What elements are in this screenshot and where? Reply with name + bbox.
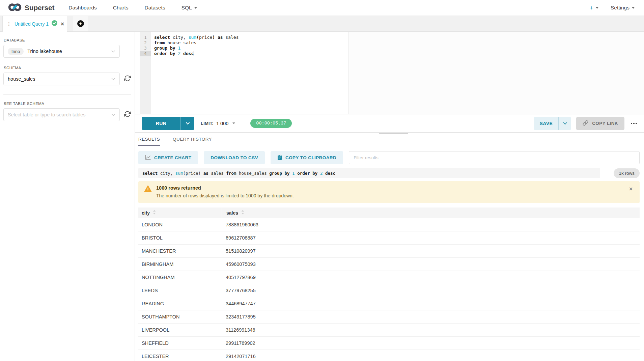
alert-title: 1000 rows returned: [156, 185, 294, 191]
save-options-button[interactable]: [559, 117, 571, 130]
refresh-schemas-icon[interactable]: [124, 75, 131, 83]
database-select[interactable]: trino Trino lakehouse: [3, 45, 120, 58]
cell-city: SOUTHAMPTON: [138, 314, 222, 320]
nav-item-dashboards[interactable]: Dashboards: [68, 5, 97, 11]
cell-sales: 32349177895: [222, 314, 640, 320]
limit-dropdown[interactable]: LIMIT: 1 000: [201, 121, 235, 126]
close-tab-icon[interactable]: ✕: [60, 21, 64, 27]
nav-menu: Dashboards Charts Datasets SQL: [68, 5, 197, 11]
table-row: NOTTINGHAM40512797869: [138, 271, 640, 284]
cell-city: READING: [138, 301, 222, 306]
table-row: LONDON788861960063: [138, 218, 640, 231]
table-row: MANCHESTER51510820997: [138, 245, 640, 258]
results-table: city sales: [138, 207, 640, 361]
code-line[interactable]: 1select city, sum(price) as sales: [140, 35, 644, 40]
database-value: Trino lakehouse: [27, 49, 62, 54]
more-options-icon[interactable]: [629, 121, 638, 126]
table-select[interactable]: Select table or type to search tables: [3, 108, 120, 121]
nav-item-charts[interactable]: Charts: [113, 5, 129, 11]
caret-down-icon: [596, 7, 598, 9]
table-row: SHEFFIELD29911769902: [138, 337, 640, 350]
add-tab-plus-icon: +: [77, 20, 84, 27]
settings-menu[interactable]: Settings: [611, 5, 635, 11]
add-tab-button[interactable]: +: [73, 16, 88, 31]
sort-icon[interactable]: [241, 210, 244, 216]
close-icon[interactable]: ✕: [629, 186, 633, 192]
table-row: LIVERPOOL31126991346: [138, 324, 640, 337]
text-cursor: [194, 51, 194, 56]
filter-results-input[interactable]: [349, 151, 640, 164]
sidebar-divider: [3, 94, 131, 95]
code-line[interactable]: 4order by 2 desc: [140, 51, 644, 56]
code-line[interactable]: 2from house_sales: [140, 40, 644, 46]
superset-brand[interactable]: Superset: [8, 3, 54, 13]
sql-editor[interactable]: 1select city, sum(price) as sales2from h…: [135, 32, 644, 114]
column-header-city[interactable]: city: [138, 207, 222, 218]
new-item-menu[interactable]: +: [590, 5, 598, 11]
limit-value: 1 000: [216, 121, 228, 126]
run-label[interactable]: RUN: [142, 117, 181, 130]
create-chart-button[interactable]: CREATE CHART: [138, 151, 198, 164]
table-row: BIRMINGHAM45960075093: [138, 258, 640, 271]
chart-icon: [145, 155, 151, 161]
limit-label: LIMIT:: [201, 121, 214, 126]
nav-item-datasets[interactable]: Datasets: [145, 5, 165, 11]
brand-name: Superset: [25, 4, 54, 12]
line-number: 3: [140, 46, 151, 51]
copy-clipboard-button[interactable]: COPY TO CLIPBOARD: [271, 151, 343, 164]
tab-results[interactable]: RESULTS: [138, 137, 160, 146]
run-button[interactable]: RUN: [142, 117, 194, 130]
see-table-schema-label: SEE TABLE SCHEMA: [4, 102, 131, 106]
chevron-down-icon: [111, 50, 115, 53]
cell-city: LONDON: [138, 222, 222, 227]
drag-handle-icon[interactable]: ⋮: [6, 21, 11, 27]
line-number: 4: [140, 51, 151, 56]
results-table-header: city sales: [138, 207, 640, 218]
caret-down-icon: [194, 7, 197, 9]
cell-city: LIVERPOOL: [138, 327, 222, 333]
cell-sales: 45960075093: [222, 261, 640, 267]
cell-sales: 31126991346: [222, 327, 640, 333]
save-button[interactable]: SAVE: [534, 117, 571, 130]
superset-logo-icon: [8, 3, 22, 13]
schema-select[interactable]: house_sales: [3, 73, 120, 85]
column-header-sales[interactable]: sales: [222, 207, 640, 218]
save-label[interactable]: SAVE: [534, 117, 559, 130]
results-table-body: LONDON788861960063BRISTOL69612708887MANC…: [138, 218, 640, 361]
query-timer-badge: 00:00:05.37: [250, 119, 292, 128]
query-preview-row: select city, sum(price) as sales from ho…: [138, 168, 640, 178]
tab-query-history[interactable]: QUERY HISTORY: [173, 137, 212, 146]
table-row: LEICESTER29142071716: [138, 350, 640, 361]
query-tab-active[interactable]: ⋮ Untitled Query 1 ✕: [2, 16, 67, 32]
code-lines[interactable]: 1select city, sum(price) as sales2from h…: [140, 35, 644, 56]
nav-right: + Settings: [590, 5, 635, 11]
sqllab-sidebar: DATABASE trino Trino lakehouse SCHEMA ho…: [0, 32, 135, 361]
cell-sales: 40512797869: [222, 275, 640, 280]
table-row: LEEDS37779768255: [138, 284, 640, 297]
schema-label: SCHEMA: [4, 66, 131, 70]
code-line[interactable]: 3group by 1: [140, 46, 644, 51]
table-row: READING34468947747: [138, 297, 640, 310]
pane-resize-handle[interactable]: [379, 133, 408, 135]
copy-link-button[interactable]: COPY LINK: [576, 117, 624, 130]
cell-sales: 69612708887: [222, 235, 640, 241]
database-engine-tag: trino: [8, 48, 24, 55]
query-tabstrip: ⋮ Untitled Query 1 ✕ +: [0, 16, 644, 32]
editor-toolbar: RUN LIMIT: 1 000 00:00:05.37 SAVE: [135, 114, 644, 133]
caret-down-icon: [632, 7, 635, 9]
warning-icon: [144, 185, 152, 198]
cell-sales: 37779768255: [222, 288, 640, 293]
table-row: SOUTHAMPTON32349177895: [138, 310, 640, 324]
cell-sales: 34468947747: [222, 301, 640, 306]
top-navbar: Superset Dashboards Charts Datasets SQL …: [0, 0, 644, 16]
query-tab-title[interactable]: Untitled Query 1: [15, 21, 49, 27]
download-csv-button[interactable]: DOWNLOAD TO CSV: [204, 151, 265, 164]
refresh-tables-icon[interactable]: [124, 111, 131, 119]
cell-sales: 29142071716: [222, 354, 640, 359]
sort-icon[interactable]: [153, 210, 156, 216]
nav-item-sql[interactable]: SQL: [181, 5, 197, 11]
cell-city: BRISTOL: [138, 235, 222, 241]
plus-icon: +: [590, 5, 593, 11]
run-options-button[interactable]: [181, 117, 194, 130]
results-pane: RESULTS QUERY HISTORY CREATE CHART DOWNL…: [135, 133, 644, 361]
